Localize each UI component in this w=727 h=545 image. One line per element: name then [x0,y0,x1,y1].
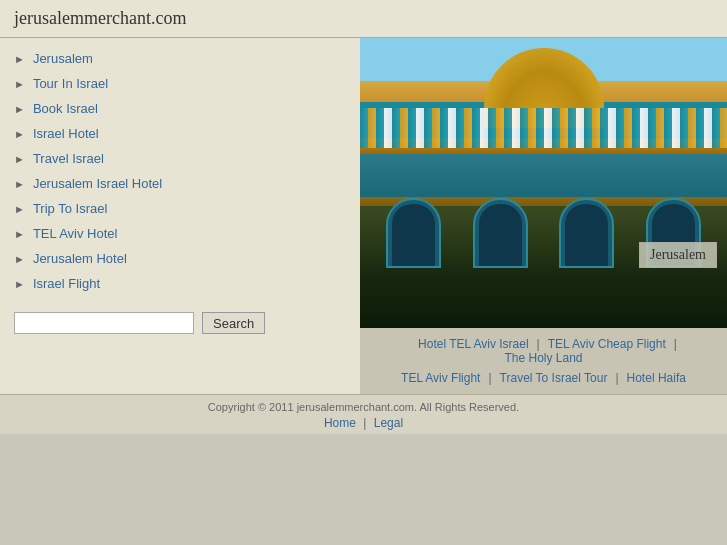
footer-link-home[interactable]: Home [324,416,356,430]
nav-label: TEL Aviv Hotel [33,226,118,241]
site-title: jerusalemmerchant.com [14,8,713,29]
footer-links: Home | Legal [0,416,727,430]
copyright-text: Copyright © 2011 jerusalemmerchant.com. … [0,401,727,413]
nav-label: Travel Israel [33,151,104,166]
nav-label: Israel Hotel [33,126,99,141]
nav-label: Israel Flight [33,276,100,291]
link-tel-aviv-flight[interactable]: TEL Aviv Flight [393,371,488,385]
link-travel-to-israel-tour[interactable]: Travel To Israel Tour [492,371,616,385]
sidebar: ►Jerusalem►Tour In Israel►Book Israel►Is… [0,38,360,394]
sidebar-item-jerusalem-hotel[interactable]: ►Jerusalem Hotel [0,246,360,271]
nav-list: ►Jerusalem►Tour In Israel►Book Israel►Is… [0,46,360,296]
link-the-holy-land[interactable]: The Holy Land [496,351,590,365]
sidebar-item-book-israel[interactable]: ►Book Israel [0,96,360,121]
footer-separator: | [359,416,370,430]
nav-bullet: ► [14,228,25,240]
sidebar-item-tour-in-israel[interactable]: ►Tour In Israel [0,71,360,96]
nav-label: Trip To Israel [33,201,107,216]
sidebar-item-jerusalem-israel-hotel[interactable]: ►Jerusalem Israel Hotel [0,171,360,196]
footer: Copyright © 2011 jerusalemmerchant.com. … [0,394,727,434]
separator-2: | [674,337,677,351]
sidebar-item-israel-flight[interactable]: ►Israel Flight [0,271,360,296]
link-row-1: Hotel TEL Aviv Israel | TEL Aviv Cheap F… [368,334,719,368]
link-row-2: TEL Aviv Flight | Travel To Israel Tour … [368,368,719,388]
nav-label: Jerusalem Israel Hotel [33,176,162,191]
arch-1 [386,198,441,268]
mosaic-band [360,108,727,148]
nav-bullet: ► [14,278,25,290]
nav-label: Book Israel [33,101,98,116]
sidebar-item-jerusalem[interactable]: ►Jerusalem [0,46,360,71]
nav-label: Jerusalem [33,51,93,66]
nav-bullet: ► [14,128,25,140]
image-panel: Jerusalem Hotel TEL Aviv Israel | TEL Av… [360,38,727,394]
nav-bullet: ► [14,153,25,165]
nav-bullet: ► [14,253,25,265]
nav-bullet: ► [14,203,25,215]
nav-label: Jerusalem Hotel [33,251,127,266]
sidebar-item-travel-israel[interactable]: ►Travel Israel [0,146,360,171]
search-area: Search [0,296,360,354]
link-tel-aviv-cheap-flight[interactable]: TEL Aviv Cheap Flight [540,337,674,351]
nav-bullet: ► [14,78,25,90]
sidebar-item-israel-hotel[interactable]: ►Israel Hotel [0,121,360,146]
site-header: jerusalemmerchant.com [0,0,727,38]
link-hotel-haifa[interactable]: Hotel Haifa [619,371,694,385]
arch-3 [559,198,614,268]
search-input[interactable] [14,312,194,334]
link-hotel-tel-aviv-israel[interactable]: Hotel TEL Aviv Israel [410,337,537,351]
main-content: ►Jerusalem►Tour In Israel►Book Israel►Is… [0,38,727,394]
jerusalem-label: Jerusalem [639,242,717,268]
nav-bullet: ► [14,53,25,65]
sidebar-item-tel-aviv-hotel[interactable]: ►TEL Aviv Hotel [0,221,360,246]
sidebar-item-trip-to-israel[interactable]: ►Trip To Israel [0,196,360,221]
nav-bullet: ► [14,103,25,115]
nav-bullet: ► [14,178,25,190]
image-links: Hotel TEL Aviv Israel | TEL Aviv Cheap F… [360,328,727,394]
nav-label: Tour In Israel [33,76,108,91]
search-button[interactable]: Search [202,312,265,334]
footer-link-legal[interactable]: Legal [374,416,403,430]
jerusalem-photo: Jerusalem [360,38,727,328]
bottom-background [0,434,727,545]
arch-2 [473,198,528,268]
